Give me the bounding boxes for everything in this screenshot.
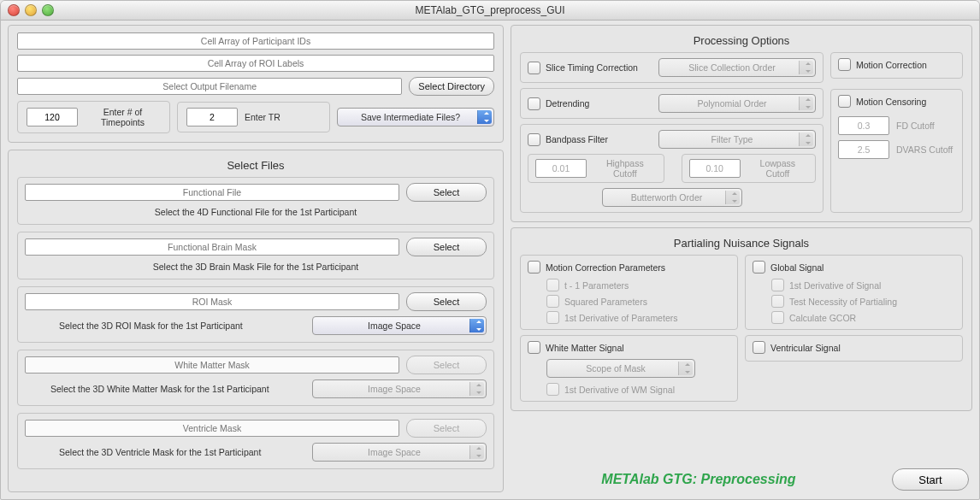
vent-mask-helper: Select the 3D Ventricle Mask for the 1st… [25, 447, 305, 457]
brand-text: METAlab GTG: Preprocessing [514, 472, 883, 487]
vent-mask-group: Select Select the 3D Ventricle Mask for … [17, 413, 494, 469]
wm-mask-group: Select Select the 3D White Matter Mask f… [17, 350, 494, 406]
app-window: METAlab_GTG_preprocess_GUI Select Direct… [0, 0, 980, 500]
roi-mask-helper: Select the 3D ROI Mask for the 1st Parti… [25, 321, 305, 331]
vent-mask-input [25, 420, 399, 437]
tr-input[interactable] [186, 108, 238, 126]
tr-label: Enter TR [245, 112, 280, 122]
functional-file-helper: Select the 4D Functional File for the 1s… [25, 207, 487, 217]
wm-mask-space-popup: Image Space [312, 379, 487, 398]
poly-order-popup: Polynomial Order [658, 94, 816, 113]
content: Select Directory Enter # of Timepoints E… [1, 20, 979, 499]
processing-options-panel: Processing Options Slice Timing Correcti… [511, 25, 972, 222]
save-intermediate-popup[interactable]: Save Intermediate Files? [337, 108, 494, 126]
output-filename-input[interactable] [17, 78, 402, 95]
close-icon[interactable] [8, 4, 20, 16]
inputs-panel: Select Directory Enter # of Timepoints E… [8, 25, 504, 143]
roi-mask-select-button[interactable]: Select [406, 292, 487, 311]
global-signal-group: Global Signal 1st Derivative of Signal T… [745, 255, 963, 330]
butterworth-order-popup: Butterworth Order [602, 188, 742, 207]
dvars-cutoff-input [838, 140, 889, 159]
roi-mask-input[interactable] [25, 293, 399, 310]
squared-params-check: Squared Parameters [546, 295, 730, 308]
lowpass-input [689, 159, 741, 178]
motion-censoring-check[interactable]: Motion Censoring [838, 95, 926, 108]
wm-signal-check[interactable]: White Matter Signal [528, 341, 624, 354]
vent-mask-select-button: Select [406, 419, 487, 438]
ventricular-signal-check[interactable]: Ventricular Signal [753, 341, 841, 354]
detrending-check[interactable]: Detrending [528, 97, 589, 110]
motion-params-group: Motion Correction Parameters t - 1 Param… [520, 255, 738, 330]
functional-file-input[interactable] [25, 184, 399, 201]
motion-censoring-group: Motion Censoring FD Cutoff DVARS Cutoff [830, 89, 963, 213]
minimize-icon[interactable] [25, 4, 37, 16]
highpass-input [535, 159, 587, 178]
ventricular-signal-group: Ventricular Signal [745, 335, 963, 362]
timepoints-label: Enter # of Timepoints [85, 107, 161, 127]
detrending-group: Detrending Polynomial Order [520, 88, 824, 119]
highpass-label: Highpass Cutoff [593, 158, 657, 179]
lowpass-label: Lowpass Cutoff [747, 158, 808, 179]
motion-correction-check[interactable]: Motion Correction [838, 58, 927, 71]
left-column: Select Directory Enter # of Timepoints E… [8, 25, 504, 492]
fd-cutoff-input [838, 116, 889, 135]
wm-mask-select-button: Select [406, 356, 487, 374]
bandpass-group: Bandpass Filter Filter Type Highpass Cut… [520, 124, 824, 213]
brain-mask-group: Select Select the 3D Brain Mask File for… [17, 232, 494, 279]
slice-order-popup: Slice Collection Order [658, 58, 816, 77]
wm-signal-group: White Matter Signal Scope of Mask 1st De… [520, 335, 738, 402]
timepoints-input[interactable] [27, 108, 78, 126]
partialing-title: Partialing Nuisance Signals [520, 237, 963, 250]
participant-ids-input[interactable] [17, 32, 494, 50]
global-gcor-check: Calculate GCOR [771, 311, 955, 324]
window-controls [8, 4, 54, 16]
roi-mask-group: Select Select the 3D ROI Mask for the 1s… [17, 286, 494, 343]
deriv-params-check: 1st Derivative of Parameters [546, 311, 730, 324]
select-directory-button[interactable]: Select Directory [409, 77, 494, 96]
vent-mask-space-popup: Image Space [312, 443, 487, 462]
global-signal-check[interactable]: Global Signal [753, 261, 824, 274]
window-title: METAlab_GTG_preprocess_GUI [1, 4, 979, 16]
select-files-title: Select Files [17, 159, 494, 172]
t1-params-check: t - 1 Parameters [546, 279, 730, 291]
brain-mask-select-button[interactable]: Select [406, 238, 487, 256]
roi-labels-input[interactable] [17, 55, 494, 72]
wm-mask-helper: Select the 3D White Matter Mask for the … [25, 384, 305, 394]
right-column: Processing Options Slice Timing Correcti… [511, 25, 972, 492]
footer: METAlab GTG: Preprocessing Start [511, 468, 972, 492]
motion-params-check[interactable]: Motion Correction Parameters [528, 261, 665, 274]
wm-mask-input [25, 356, 399, 374]
bandpass-check[interactable]: Bandpass Filter [528, 133, 608, 146]
filter-type-popup: Filter Type [658, 130, 816, 149]
brain-mask-input[interactable] [25, 238, 399, 256]
titlebar: METAlab_GTG_preprocess_GUI [1, 1, 979, 21]
processing-options-title: Processing Options [520, 34, 963, 47]
slice-timing-check[interactable]: Slice Timing Correction [528, 62, 638, 74]
dvars-cutoff-label: DVARS Cutoff [896, 144, 953, 155]
global-test-check: Test Necessity of Partialing [771, 295, 955, 308]
fd-cutoff-label: FD Cutoff [896, 121, 935, 131]
start-button[interactable]: Start [892, 468, 969, 491]
motion-correction-group: Motion Correction [830, 52, 963, 79]
functional-file-select-button[interactable]: Select [406, 183, 487, 202]
wm-deriv-check: 1st Derivative of WM Signal [546, 383, 730, 396]
functional-file-group: Select Select the 4D Functional File for… [17, 177, 494, 225]
global-deriv-check: 1st Derivative of Signal [771, 279, 955, 291]
brain-mask-helper: Select the 3D Brain Mask File for the 1s… [25, 262, 487, 272]
zoom-icon[interactable] [42, 4, 54, 16]
wm-scope-popup: Scope of Mask [546, 359, 695, 378]
partialing-panel: Partialing Nuisance Signals Motion Corre… [511, 227, 972, 411]
slice-timing-group: Slice Timing Correction Slice Collection… [520, 52, 824, 83]
select-files-panel: Select Files Select Select the 4D Functi… [8, 150, 504, 492]
roi-mask-space-popup[interactable]: Image Space [312, 316, 487, 335]
